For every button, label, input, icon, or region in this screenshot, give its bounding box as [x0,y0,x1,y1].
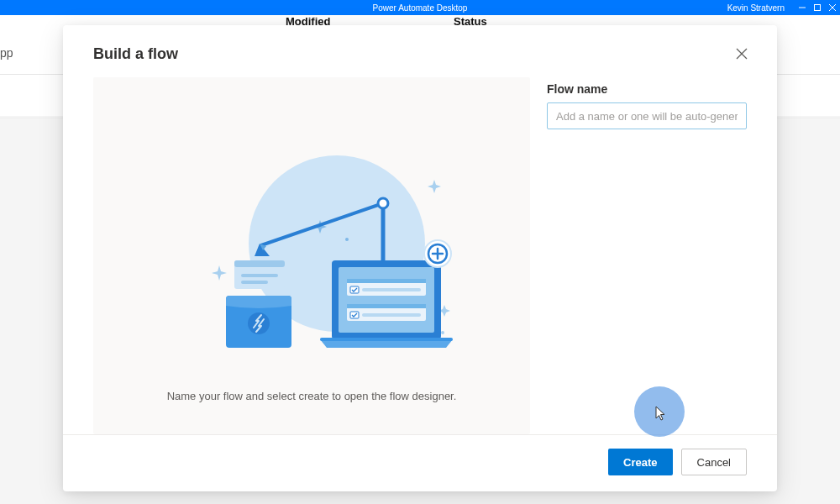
svg-point-8 [441,331,444,334]
form-panel: Flow name [547,77,747,434]
svg-rect-15 [241,274,278,277]
cancel-button[interactable]: Cancel [681,449,747,475]
build-flow-dialog: Build a flow [63,25,777,491]
illustration-caption: Name your flow and select create to open… [167,390,457,402]
cursor-icon [654,405,668,422]
svg-rect-22 [347,279,426,283]
dialog-title: Build a flow [93,45,178,63]
svg-point-7 [345,238,349,241]
flow-name-input[interactable] [547,102,747,129]
window-titlebar: Power Automate Desktop Kevin Stratvern [0,0,840,15]
svg-rect-1 [815,5,821,11]
minimize-button[interactable] [795,0,810,15]
svg-rect-26 [347,304,426,308]
create-button[interactable]: Create [608,449,672,475]
svg-point-18 [248,312,270,334]
flow-name-label: Flow name [547,82,747,96]
svg-rect-16 [241,281,268,284]
dialog-header: Build a flow [63,25,777,77]
dialog-footer: Create Cancel [63,434,777,492]
user-name: Kevin Stratvern [727,3,785,13]
illustration-panel: Name your flow and select create to open… [93,77,530,434]
svg-point-11 [378,198,388,208]
dialog-body: Name your flow and select create to open… [63,77,777,434]
dialog-close-button[interactable] [732,44,752,64]
window-close-button[interactable] [825,0,840,15]
svg-rect-24 [362,288,421,291]
maximize-button[interactable] [810,0,825,15]
background-side-text: pp [0,46,13,60]
app-title: Power Automate Desktop [373,3,468,13]
cursor-highlight [634,386,685,437]
svg-rect-14 [234,260,285,267]
close-icon [736,48,748,60]
svg-rect-23 [350,286,359,293]
flow-illustration [152,126,471,361]
svg-rect-28 [362,313,421,317]
svg-rect-20 [339,267,434,333]
svg-rect-27 [350,312,359,318]
svg-rect-29 [320,338,453,341]
